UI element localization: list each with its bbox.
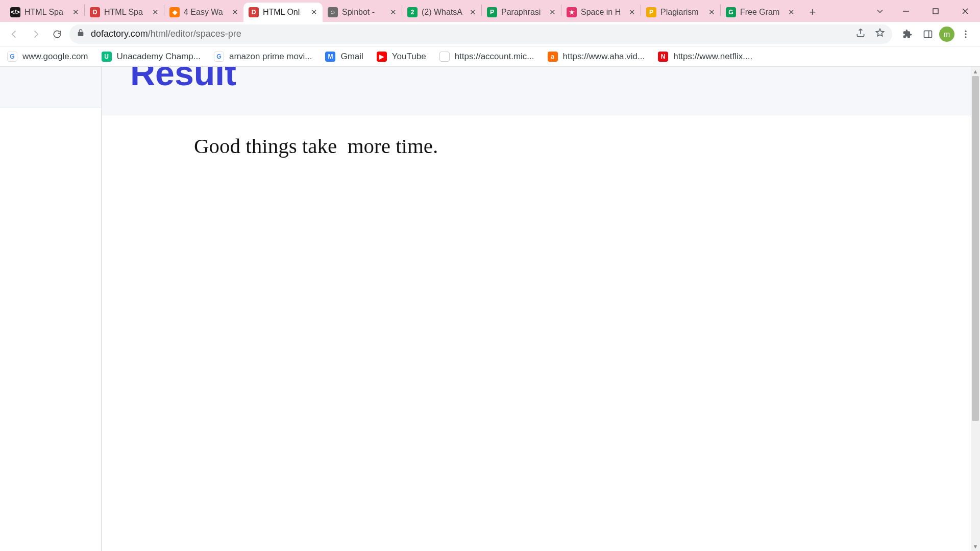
- window-controls: [869, 0, 980, 22]
- tab-close-button[interactable]: ✕: [707, 8, 716, 17]
- browser-tab[interactable]: ★Space in H✕: [561, 3, 641, 22]
- url-host: dofactory.com: [91, 29, 148, 39]
- editor-left-gutter: [0, 67, 102, 551]
- svg-point-5: [965, 33, 966, 35]
- tab-label: 4 Easy Wa: [184, 8, 226, 17]
- vertical-scrollbar[interactable]: ▲ ▼: [971, 67, 980, 551]
- bookmark-item[interactable]: UUnacademy Champ...: [102, 52, 201, 62]
- bookmark-label: Unacademy Champ...: [117, 52, 201, 62]
- bookmark-label: amazon prime movi...: [229, 52, 312, 62]
- window-minimize-button[interactable]: [891, 0, 921, 22]
- address-bar[interactable]: dofactory.com/html/editor/spaces-pre: [69, 24, 892, 44]
- tab-strip: </>HTML Spa✕DHTML Spa✕◆4 Easy Wa✕DHTML O…: [0, 0, 980, 22]
- bookmark-label: https://www.aha.vid...: [563, 52, 645, 62]
- tab-label: HTML Spa: [104, 8, 146, 17]
- tab-close-button[interactable]: ✕: [627, 8, 636, 17]
- svg-rect-2: [924, 31, 932, 37]
- bookmark-label: YouTube: [392, 52, 426, 62]
- scroll-up-arrow-icon[interactable]: ▲: [971, 67, 980, 76]
- bookmark-item[interactable]: ▶YouTube: [377, 52, 426, 62]
- tab-close-button[interactable]: ✕: [230, 8, 239, 17]
- browser-tab[interactable]: PParaphrasi✕: [482, 3, 561, 22]
- reload-button[interactable]: [48, 25, 66, 43]
- chrome-menu-button[interactable]: [957, 25, 975, 43]
- bookmark-favicon-icon: G: [7, 52, 17, 62]
- tab-favicon-icon: ◆: [169, 7, 180, 17]
- tab-close-button[interactable]: ✕: [787, 8, 796, 17]
- bookmark-item[interactable]: ahttps://www.aha.vid...: [548, 52, 645, 62]
- url-path: /html/editor/spaces-pre: [148, 29, 241, 39]
- bookmark-item[interactable]: Gamazon prime movi...: [214, 52, 312, 62]
- tab-close-button[interactable]: ✕: [71, 8, 80, 17]
- result-header: Result: [102, 67, 980, 115]
- bookmark-item[interactable]: ⊞https://account.mic...: [439, 52, 534, 62]
- tab-label: Spinbot -: [342, 8, 384, 17]
- bookmark-favicon-icon: ⊞: [439, 52, 450, 62]
- tab-favicon-icon: ☺: [328, 7, 338, 17]
- bookmark-star-icon[interactable]: [875, 28, 885, 40]
- tab-search-button[interactable]: [869, 0, 891, 22]
- svg-point-6: [965, 36, 966, 38]
- tab-favicon-icon: ★: [567, 7, 577, 17]
- tab-close-button[interactable]: ✕: [309, 8, 318, 17]
- browser-tab[interactable]: </>HTML Spa✕: [5, 3, 84, 22]
- bookmark-item[interactable]: MGmail: [325, 52, 363, 62]
- bookmark-item[interactable]: Gwww.google.com: [7, 52, 88, 62]
- toolbar: dofactory.com/html/editor/spaces-pre m: [0, 22, 980, 46]
- bookmark-favicon-icon: G: [214, 52, 224, 62]
- url-text: dofactory.com/html/editor/spaces-pre: [91, 29, 849, 39]
- bookmarks-bar: Gwww.google.comUUnacademy Champ...Gamazo…: [0, 46, 980, 67]
- browser-tab[interactable]: PPlagiarism✕: [641, 3, 720, 22]
- tab-close-button[interactable]: ✕: [468, 8, 477, 17]
- browser-tab[interactable]: ☺Spinbot - ✕: [323, 3, 402, 22]
- back-button[interactable]: [5, 25, 23, 43]
- side-panel-button[interactable]: [919, 25, 937, 43]
- extensions-button[interactable]: [898, 25, 917, 43]
- lock-icon: [77, 29, 85, 39]
- result-output-text: Good things take more time.: [102, 115, 980, 158]
- bookmark-item[interactable]: Nhttps://www.netflix....: [658, 52, 752, 62]
- browser-tab[interactable]: ◆4 Easy Wa✕: [164, 3, 243, 22]
- browser-tab[interactable]: GFree Gram✕: [721, 3, 800, 22]
- tab-favicon-icon: 2: [407, 7, 418, 17]
- tab-close-button[interactable]: ✕: [388, 8, 398, 17]
- tab-label: HTML Onl: [263, 8, 305, 17]
- tab-favicon-icon: D: [249, 7, 259, 17]
- browser-tab[interactable]: DHTML Onl✕: [243, 3, 323, 22]
- tab-label: Plagiarism: [660, 8, 703, 17]
- tab-favicon-icon: G: [726, 7, 736, 17]
- new-tab-button[interactable]: +: [804, 4, 821, 21]
- bookmark-favicon-icon: U: [102, 52, 112, 62]
- bookmark-favicon-icon: ▶: [377, 52, 387, 62]
- bookmark-label: https://www.netflix....: [673, 52, 752, 62]
- tab-label: Paraphrasi: [501, 8, 544, 17]
- tab-close-button[interactable]: ✕: [548, 8, 557, 17]
- profile-avatar[interactable]: m: [939, 27, 954, 42]
- tab-label: Free Gram: [740, 8, 782, 17]
- scrollbar-thumb[interactable]: [972, 76, 979, 421]
- browser-tab[interactable]: DHTML Spa✕: [85, 3, 164, 22]
- svg-point-4: [965, 30, 966, 32]
- bookmark-favicon-icon: M: [325, 52, 335, 62]
- share-icon[interactable]: [855, 28, 866, 40]
- result-pane: Result Good things take more time.: [102, 67, 980, 551]
- tab-favicon-icon: D: [90, 7, 100, 17]
- svg-rect-1: [933, 9, 938, 14]
- result-title: Result: [130, 67, 236, 90]
- tab-label: Space in H: [581, 8, 623, 17]
- bookmark-favicon-icon: N: [658, 52, 668, 62]
- bookmark-label: Gmail: [340, 52, 363, 62]
- window-close-button[interactable]: [950, 0, 980, 22]
- scroll-down-arrow-icon[interactable]: ▼: [971, 542, 980, 551]
- window-maximize-button[interactable]: [921, 0, 950, 22]
- forward-button[interactable]: [27, 25, 45, 43]
- tab-close-button[interactable]: ✕: [151, 8, 160, 17]
- bookmark-label: www.google.com: [22, 52, 88, 62]
- tab-label: HTML Spa: [24, 8, 67, 17]
- scrollbar-track[interactable]: [971, 76, 980, 542]
- bookmark-label: https://account.mic...: [455, 52, 534, 62]
- browser-tab[interactable]: 2(2) WhatsA✕: [402, 3, 481, 22]
- tab-favicon-icon: </>: [10, 7, 20, 17]
- avatar-letter: m: [944, 30, 950, 38]
- tab-favicon-icon: P: [487, 7, 497, 17]
